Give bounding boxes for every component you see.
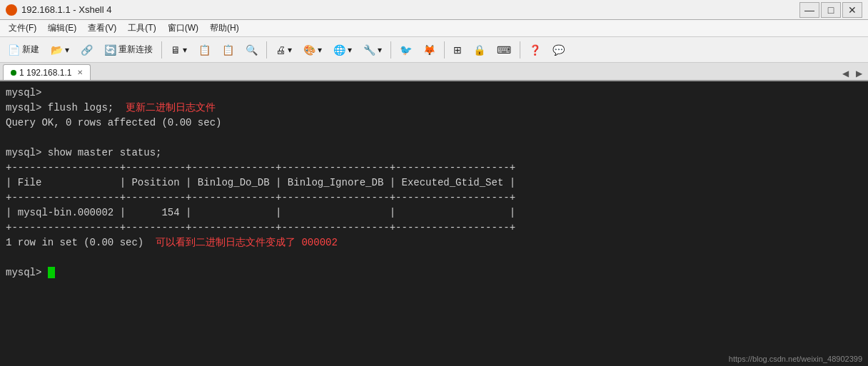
tabsbar: 1 192.168.1.1 ✕ ◀ ▶ — [0, 63, 868, 81]
session-icon: 🖥 — [171, 44, 181, 56]
lock-button[interactable]: 🔒 — [468, 40, 490, 60]
paste-button[interactable]: 📋 — [217, 40, 239, 60]
minimize-button[interactable]: — — [799, 2, 819, 18]
paste-icon: 📋 — [222, 44, 234, 56]
term-line-2: mysql> flush logs; 更新二进制日志文件 — [6, 101, 862, 116]
print-icon: 🖨 — [276, 44, 286, 56]
layout-icon: ⊞ — [453, 44, 462, 56]
toolbar: 📄 新建 📂▾ 🔗 🔄 重新连接 🖥▾ 📋 📋 🔍 🖨▾ 🎨▾ 🌐▾ 🔧▾ 🐦 — [0, 37, 868, 63]
menu-edit[interactable]: 编辑(E) — [42, 21, 82, 36]
term-prompt-2: mysql> flush logs; — [6, 102, 113, 113]
lock-icon: 🔒 — [473, 44, 485, 56]
term-output-2: 1 row in set (0.00 sec) — [6, 237, 143, 248]
new-label: 新建 — [22, 44, 39, 56]
keyboard-icon: ⌨ — [497, 44, 511, 56]
term-output-1: Query OK, 0 rows affected (0.00 sec) — [6, 117, 221, 128]
chat-button[interactable]: 💬 — [547, 40, 570, 60]
titlebar: 192.168.1.1 - Xshell 4 — □ ✕ — [0, 0, 868, 20]
term-table-row-1: | mysql-bin.000002 | 154 | | | | — [6, 205, 862, 220]
titlebar-controls: — □ ✕ — [799, 2, 862, 18]
help-button[interactable]: ❓ — [524, 40, 546, 60]
session-button[interactable]: 🖥▾ — [166, 40, 192, 60]
menu-view[interactable]: 查看(V) — [82, 21, 122, 36]
menu-tools[interactable]: 工具(T) — [122, 21, 161, 36]
copy-button[interactable]: 📋 — [193, 40, 216, 60]
tab-prev-button[interactable]: ◀ — [839, 67, 852, 80]
terminal[interactable]: mysql> mysql> flush logs; 更新二进制日志文件 Quer… — [0, 81, 868, 366]
globe-icon: 🌐 — [333, 44, 345, 56]
sftp-icon: 🐦 — [400, 44, 412, 56]
app-icon — [6, 4, 17, 16]
menu-help[interactable]: 帮助(H) — [204, 21, 245, 36]
session-tab[interactable]: 1 192.168.1.1 ✕ — [3, 64, 91, 80]
xftp-icon: 🦊 — [423, 44, 435, 56]
layout-button[interactable]: ⊞ — [448, 40, 467, 60]
toolbar-separator-2 — [266, 41, 267, 59]
watermark: https://blog.csdn.net/weixin_48902399 — [729, 355, 862, 363]
term-line-3: Query OK, 0 rows affected (0.00 sec) — [6, 116, 862, 131]
chat-icon: 💬 — [552, 44, 565, 56]
new-button[interactable]: 📄 新建 — [3, 40, 44, 60]
term-table-border-2: +------------------+----------+---------… — [6, 190, 862, 205]
color-icon: 🎨 — [303, 44, 316, 56]
term-table-header: | File | Position | Binlog_Do_DB | Binlo… — [6, 176, 862, 190]
open-button[interactable]: 📂▾ — [46, 40, 74, 60]
term-prompt-4: mysql> — [6, 267, 48, 278]
window-title: 192.168.1.1 - Xshell 4 — [21, 4, 111, 15]
reconnect-button[interactable]: 🔄 重新连接 — [99, 40, 158, 60]
term-comment-2: 可以看到二进制日志文件变成了 000002 — [143, 237, 338, 248]
link-icon: 🔗 — [81, 44, 93, 56]
new-icon: 📄 — [8, 44, 20, 56]
maximize-button[interactable]: □ — [821, 2, 841, 18]
close-button[interactable]: ✕ — [842, 2, 862, 18]
toolbar-separator-3 — [390, 41, 391, 59]
sftp-button[interactable]: 🐦 — [395, 40, 417, 60]
print-button[interactable]: 🖨▾ — [271, 40, 297, 60]
find-button[interactable]: 🔍 — [241, 40, 263, 60]
copy-icon: 📋 — [198, 44, 211, 56]
reconnect-label: 重新连接 — [118, 44, 153, 56]
color-button[interactable]: 🎨▾ — [298, 40, 327, 60]
find-icon: 🔍 — [246, 44, 258, 56]
menu-file[interactable]: 文件(F) — [3, 21, 42, 36]
term-line-4: mysql> show master status; — [6, 146, 862, 161]
term-line-blank-2 — [6, 250, 862, 265]
term-cursor — [48, 267, 55, 278]
term-table-border-1: +------------------+----------+---------… — [6, 161, 862, 176]
toolbar-separator-5 — [520, 41, 520, 59]
term-line-6: mysql> — [6, 265, 862, 280]
help-icon: ❓ — [529, 44, 541, 56]
globe-button[interactable]: 🌐▾ — [328, 40, 357, 60]
link-button[interactable]: 🔗 — [76, 40, 98, 60]
open-icon: 📂 — [51, 44, 63, 56]
menubar: 文件(F) 编辑(E) 查看(V) 工具(T) 窗口(W) 帮助(H) — [0, 20, 868, 37]
term-table-border-3: +------------------+----------+---------… — [6, 220, 862, 235]
wrench-button[interactable]: 🔧▾ — [358, 40, 387, 60]
term-prompt-1: mysql> — [6, 87, 41, 98]
tab-close-button[interactable]: ✕ — [77, 68, 83, 76]
wrench-icon: 🔧 — [363, 44, 375, 56]
keyboard-button[interactable]: ⌨ — [492, 40, 516, 60]
term-prompt-3: mysql> show master status; — [6, 147, 161, 158]
term-line-5: 1 row in set (0.00 sec) 可以看到二进制日志文件变成了 0… — [6, 235, 862, 250]
term-line-blank-1 — [6, 131, 862, 146]
menu-window[interactable]: 窗口(W) — [162, 21, 204, 36]
tab-next-button[interactable]: ▶ — [853, 67, 865, 80]
term-comment-1: 更新二进制日志文件 — [113, 102, 216, 113]
term-line-1: mysql> — [6, 86, 862, 101]
toolbar-separator-4 — [444, 41, 445, 59]
reconnect-icon: 🔄 — [104, 44, 116, 56]
tab-label: 1 192.168.1.1 — [19, 68, 71, 78]
toolbar-separator-1 — [161, 41, 162, 59]
titlebar-left: 192.168.1.1 - Xshell 4 — [6, 4, 111, 16]
tab-status-dot — [11, 70, 16, 76]
xftp-button[interactable]: 🦊 — [418, 40, 440, 60]
tab-navigation: ◀ ▶ — [839, 67, 865, 80]
